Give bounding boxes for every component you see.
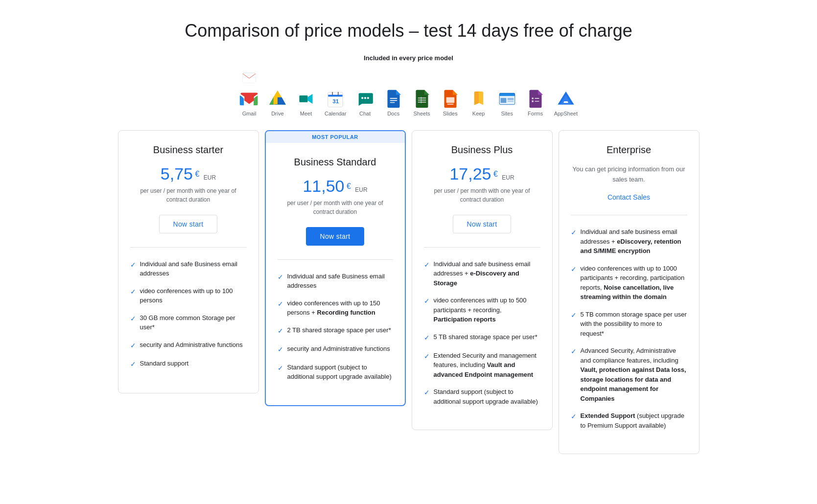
svg-rect-31: [418, 97, 426, 98]
app-slides: Slides: [441, 89, 460, 116]
plan-plus: Business Plus 17,25 € EUR per user / per…: [412, 130, 553, 431]
svg-rect-35: [446, 97, 454, 103]
plan-standard-cta: Now start: [278, 227, 393, 246]
plan-enterprise-button[interactable]: Contact Sales: [607, 193, 650, 201]
svg-text:31: 31: [332, 98, 339, 104]
app-gmail-label: Gmail: [242, 111, 257, 116]
app-drive-label: Drive: [271, 111, 284, 116]
app-appsheet: AppSheet: [554, 89, 578, 116]
app-gmail: Gmail: [239, 68, 259, 116]
svg-rect-46: [535, 98, 539, 99]
feature-item: ✓Individual and safe Business email addr…: [130, 259, 247, 278]
plan-starter-features: ✓Individual and safe Business email addr…: [130, 259, 247, 369]
pricing-grid: Business starter 5,75 € EUR per user / p…: [115, 130, 702, 455]
plan-enterprise: Enterprise You can get pricing informati…: [559, 130, 700, 455]
plan-starter: Business starter 5,75 € EUR per user / p…: [118, 130, 259, 393]
svg-rect-30: [390, 102, 395, 103]
app-forms: Forms: [526, 89, 545, 116]
plan-standard-divider: [278, 259, 393, 260]
plan-enterprise-name: Enterprise: [571, 144, 687, 156]
app-appsheet-label: AppSheet: [554, 111, 578, 116]
app-calendar-label: Calendar: [325, 111, 347, 116]
plan-starter-cta: Now start: [130, 215, 247, 233]
plan-standard-currency: €: [347, 182, 351, 190]
plan-plus-button[interactable]: Now start: [453, 215, 512, 233]
feature-item: ✓Individual and safe business email addr…: [424, 259, 540, 288]
plan-standard-name: Business Standard: [278, 157, 393, 168]
svg-rect-43: [507, 98, 514, 100]
svg-point-25: [361, 97, 363, 99]
feature-item: ✓video conferences with up to 500 partic…: [424, 296, 540, 324]
feature-item: ✓5 TB common storage space per user with…: [571, 310, 687, 339]
plan-plus-divider: [424, 247, 540, 248]
plan-plus-desc: per user / per month with one year of co…: [424, 186, 540, 204]
feature-item: ✓Standard support: [130, 359, 247, 369]
plan-standard-features: ✓Individual and safe Business email addr…: [278, 272, 393, 382]
feature-item: ✓video conferences with up to 100 person…: [130, 286, 247, 305]
plan-plus-name: Business Plus: [424, 144, 540, 156]
svg-rect-32: [418, 99, 426, 100]
feature-item: ✓video conferences with up to 1000 parti…: [571, 264, 687, 302]
app-slides-label: Slides: [443, 111, 458, 116]
app-calendar: 31 Calendar: [325, 89, 347, 116]
plan-standard-price: 11,50: [303, 177, 344, 195]
feature-item: ✓Standard support (subject to additional…: [278, 363, 393, 382]
svg-rect-29: [390, 100, 397, 101]
plan-starter-currency: €: [195, 169, 199, 178]
app-sites: Sites: [497, 89, 517, 116]
plan-starter-price: 5,75: [161, 164, 193, 183]
feature-item: ✓security and Administrative functions: [130, 340, 247, 351]
plan-enterprise-features: ✓Individual and safe business email addr…: [571, 227, 687, 430]
feature-item: ✓Individual and safe business email addr…: [571, 227, 687, 256]
plan-plus-cta: Now start: [424, 215, 540, 233]
most-popular-badge: MOST POPULAR: [266, 131, 405, 143]
svg-rect-12: [300, 95, 308, 102]
plan-plus-features: ✓Individual and safe business email addr…: [424, 259, 540, 407]
app-meet: Meet: [296, 89, 316, 116]
feature-item: ✓Extended Support (subject upgrade to Pr…: [571, 411, 687, 430]
plan-plus-eur: EUR: [502, 174, 514, 181]
plan-enterprise-cta: Contact Sales: [571, 193, 687, 201]
svg-point-27: [367, 97, 369, 99]
plan-standard-desc: per user / per month with one year of co…: [278, 199, 393, 216]
app-sites-label: Sites: [501, 111, 513, 116]
svg-rect-44: [507, 101, 514, 102]
feature-item: ✓Individual and safe Business email addr…: [278, 272, 393, 291]
plan-starter-eur: EUR: [204, 174, 216, 181]
svg-rect-39: [499, 93, 515, 96]
svg-rect-45: [532, 97, 533, 99]
feature-item: ✓Advanced Security, Administrative and c…: [571, 346, 687, 403]
svg-rect-33: [418, 102, 426, 103]
app-chat-label: Chat: [359, 111, 371, 116]
plan-enterprise-desc: You can get pricing information from our…: [571, 164, 687, 185]
plan-standard-eur: EUR: [355, 186, 367, 193]
included-label: Included in every price model: [10, 54, 807, 62]
svg-rect-28: [390, 98, 397, 99]
feature-item: ✓Extended Security and management featur…: [424, 351, 540, 380]
feature-item: ✓5 TB shared storage space per user*: [424, 332, 540, 343]
plan-standard: MOST POPULAR Business Standard 11,50 € E…: [265, 130, 406, 406]
app-docs: Docs: [384, 89, 403, 116]
app-sheets: Sheets: [412, 89, 432, 116]
feature-item: ✓2 TB shared storage space per user*: [278, 325, 393, 336]
svg-rect-36: [447, 104, 453, 105]
svg-point-26: [364, 97, 366, 99]
app-docs-label: Docs: [387, 111, 399, 116]
plan-enterprise-divider: [571, 215, 687, 215]
feature-item: ✓security and Administrative functions: [278, 344, 393, 355]
feature-item: ✓30 GB more common Storage per user*: [130, 313, 247, 332]
app-drive: Drive: [268, 89, 287, 116]
plan-starter-name: Business starter: [130, 144, 247, 156]
feature-item: ✓Standard support (subject to additional…: [424, 387, 540, 406]
svg-rect-15: [328, 94, 343, 96]
plan-starter-button[interactable]: Now start: [159, 215, 218, 233]
page-title: Comparison of price models – test 14 day…: [10, 20, 807, 43]
plan-plus-currency: €: [493, 169, 498, 178]
apps-row: Gmail Drive: [10, 68, 807, 116]
svg-rect-48: [535, 101, 539, 102]
svg-rect-42: [500, 98, 506, 103]
app-chat: Chat: [355, 89, 375, 116]
plan-plus-price: 17,25: [449, 164, 491, 183]
plan-starter-divider: [130, 247, 247, 248]
plan-standard-button[interactable]: Now start: [306, 227, 365, 246]
